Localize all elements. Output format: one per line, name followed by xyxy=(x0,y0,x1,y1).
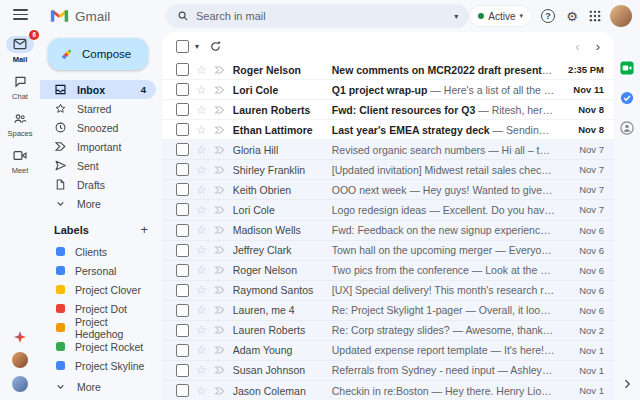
row-checkbox[interactable] xyxy=(176,63,189,76)
avatar[interactable] xyxy=(12,376,28,392)
label-item-project-clover[interactable]: Project Clover xyxy=(40,280,162,299)
select-caret-icon[interactable]: ▾ xyxy=(195,42,199,51)
rail-item-chat[interactable]: Chat xyxy=(6,73,34,101)
importance-marker-icon[interactable] xyxy=(214,284,226,296)
row-checkbox[interactable] xyxy=(176,123,189,136)
email-row[interactable]: ☆ Lauren Roberts Re: Corp strategy slide… xyxy=(162,321,614,341)
star-icon[interactable]: ☆ xyxy=(196,64,207,76)
label-item-project-hedgehog[interactable]: Project Hedgehog xyxy=(40,318,162,337)
star-icon[interactable]: ☆ xyxy=(196,385,207,397)
email-row[interactable]: ☆ Susan Johnson Referrals from Sydney - … xyxy=(162,361,614,381)
email-row[interactable]: ☆ Shirley Franklin [Updated invitation] … xyxy=(162,160,614,180)
rail-item-spaces[interactable]: Spaces xyxy=(6,110,34,138)
importance-marker-icon[interactable] xyxy=(214,64,226,76)
star-icon[interactable]: ☆ xyxy=(196,304,207,316)
star-icon[interactable]: ☆ xyxy=(196,84,207,96)
row-checkbox[interactable] xyxy=(176,103,189,116)
labels-more[interactable]: More xyxy=(40,377,156,396)
meet-icon[interactable] xyxy=(620,60,635,75)
row-checkbox[interactable] xyxy=(176,203,189,216)
older-page-icon[interactable]: › xyxy=(596,40,600,53)
email-row[interactable]: ☆ Lauren Roberts Fwd: Client resources f… xyxy=(162,100,614,120)
email-row[interactable]: ☆ Jeffrey Clark Town hall on the upcomin… xyxy=(162,241,614,261)
importance-marker-icon[interactable] xyxy=(214,344,226,356)
importance-marker-icon[interactable] xyxy=(214,84,226,96)
star-icon[interactable]: ☆ xyxy=(196,324,207,336)
label-item-project-rocket[interactable]: Project Rocket xyxy=(40,337,162,356)
importance-marker-icon[interactable] xyxy=(214,385,226,397)
star-icon[interactable]: ☆ xyxy=(196,284,207,296)
importance-marker-icon[interactable] xyxy=(214,304,226,316)
row-checkbox[interactable] xyxy=(176,384,189,397)
newer-page-icon[interactable]: ‹ xyxy=(575,40,579,53)
row-checkbox[interactable] xyxy=(176,143,189,156)
email-row[interactable]: ☆ Lauren, me 4 Re: Project Skylight 1-pa… xyxy=(162,301,614,321)
compose-button[interactable]: Compose xyxy=(48,38,148,70)
importance-marker-icon[interactable] xyxy=(214,104,226,116)
select-all-checkbox[interactable] xyxy=(176,40,189,53)
email-row[interactable]: ☆ Adam Young Updated expense report temp… xyxy=(162,341,614,361)
email-row[interactable]: ☆ Ethan Lattimore Last year's EMEA strat… xyxy=(162,120,614,140)
email-row[interactable]: ☆ Jason Coleman Checkin in re:Boston — H… xyxy=(162,381,614,400)
label-item-clients[interactable]: Clients xyxy=(40,242,162,261)
row-checkbox[interactable] xyxy=(176,304,189,317)
row-checkbox[interactable] xyxy=(176,364,189,377)
sidebar-item-drafts[interactable]: Drafts xyxy=(40,175,156,194)
account-avatar[interactable] xyxy=(610,5,632,27)
row-checkbox[interactable] xyxy=(176,264,189,277)
sparkle-icon[interactable] xyxy=(13,330,27,344)
refresh-icon[interactable] xyxy=(209,40,222,53)
importance-marker-icon[interactable] xyxy=(214,224,226,236)
row-checkbox[interactable] xyxy=(176,324,189,337)
sidebar-item-important[interactable]: Important xyxy=(40,137,156,156)
rail-item-mail[interactable]: 6 Mail xyxy=(6,36,34,64)
star-icon[interactable]: ☆ xyxy=(196,344,207,356)
google-apps-grid-icon[interactable] xyxy=(589,10,601,22)
open-side-panel-chevron-icon[interactable] xyxy=(621,378,633,390)
star-icon[interactable]: ☆ xyxy=(196,204,207,216)
sidebar-item-sent[interactable]: Sent xyxy=(40,156,156,175)
importance-marker-icon[interactable] xyxy=(214,144,226,156)
row-checkbox[interactable] xyxy=(176,163,189,176)
star-icon[interactable]: ☆ xyxy=(196,104,207,116)
label-item-personal[interactable]: Personal xyxy=(40,261,162,280)
sidebar-item-inbox[interactable]: Inbox 4 xyxy=(40,80,156,99)
star-icon[interactable]: ☆ xyxy=(196,224,207,236)
star-icon[interactable]: ☆ xyxy=(196,364,207,376)
row-checkbox[interactable] xyxy=(176,224,189,237)
star-icon[interactable]: ☆ xyxy=(196,124,207,136)
status-selector[interactable]: Active ▾ xyxy=(469,5,532,27)
email-row[interactable]: ☆ Raymond Santos [UX] Special delivery! … xyxy=(162,281,614,301)
sidebar-item-more[interactable]: More xyxy=(40,194,156,213)
email-row[interactable]: ☆ Gloria Hill Revised organic search num… xyxy=(162,140,614,160)
email-row[interactable]: ☆ Madison Wells Fwd: Feedback on the new… xyxy=(162,221,614,241)
importance-marker-icon[interactable] xyxy=(214,164,226,176)
search-bar[interactable]: Search in mail ▾ xyxy=(166,4,469,28)
row-checkbox[interactable] xyxy=(176,344,189,357)
email-row[interactable]: ☆ Roger Nelson New comments on MCR2022 d… xyxy=(162,60,614,80)
importance-marker-icon[interactable] xyxy=(214,124,226,136)
importance-marker-icon[interactable] xyxy=(214,364,226,376)
row-checkbox[interactable] xyxy=(176,244,189,257)
sidebar-item-starred[interactable]: Starred xyxy=(40,99,156,118)
email-row[interactable]: ☆ Lori Cole Q1 project wrap-up — Here's … xyxy=(162,80,614,100)
search-input[interactable]: Search in mail xyxy=(196,10,266,22)
email-row[interactable]: ☆ Lori Cole Logo redesign ideas — Excell… xyxy=(162,200,614,220)
importance-marker-icon[interactable] xyxy=(214,204,226,216)
star-icon[interactable]: ☆ xyxy=(196,144,207,156)
row-checkbox[interactable] xyxy=(176,183,189,196)
settings-gear-icon[interactable]: ⚙ xyxy=(564,8,580,24)
search-options-caret-icon[interactable]: ▾ xyxy=(454,12,458,21)
row-checkbox[interactable] xyxy=(176,284,189,297)
importance-marker-icon[interactable] xyxy=(214,244,226,256)
contacts-icon[interactable] xyxy=(620,120,635,135)
sidebar-item-snoozed[interactable]: Snoozed xyxy=(40,118,156,137)
row-checkbox[interactable] xyxy=(176,83,189,96)
email-row[interactable]: ☆ Keith Obrien OOO next week — Hey guys!… xyxy=(162,180,614,200)
star-icon[interactable]: ☆ xyxy=(196,244,207,256)
importance-marker-icon[interactable] xyxy=(214,264,226,276)
avatar[interactable] xyxy=(12,352,28,368)
star-icon[interactable]: ☆ xyxy=(196,184,207,196)
star-icon[interactable]: ☆ xyxy=(196,164,207,176)
tasks-icon[interactable] xyxy=(620,90,635,105)
